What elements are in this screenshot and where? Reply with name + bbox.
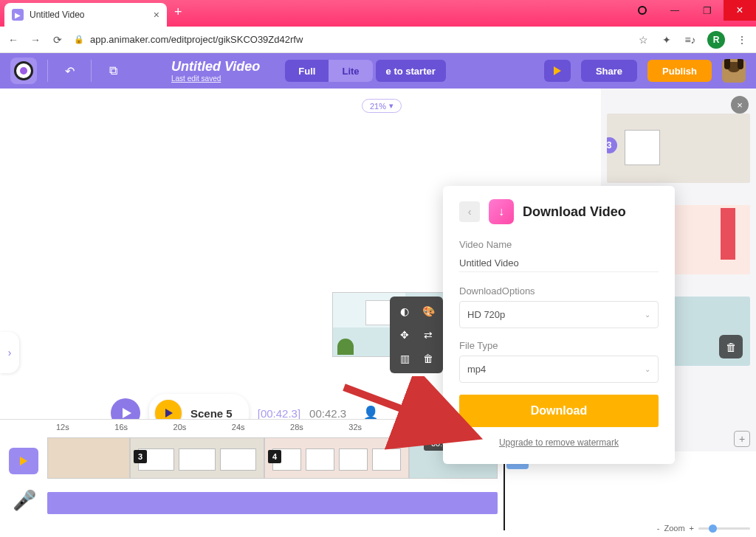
add-scene-button[interactable]: + [734,431,750,447]
zoom-indicator[interactable]: 21%▾ [362,99,402,113]
lock-icon: 🔒 [74,35,84,44]
save-status: Last edit saved [171,75,260,83]
video-name-input[interactable]: Untitled Video [459,254,659,272]
copy-icon[interactable]: ⧉ [102,60,124,82]
preview-play-button[interactable] [544,60,571,82]
menu-dots-icon[interactable]: ⋮ [735,34,749,46]
close-panel-icon[interactable]: × [731,96,749,114]
app-header: ↶ ⧉ Untitled Video Last edit saved Full … [0,53,756,89]
time-total: 00:42.3 [309,407,346,420]
undo-icon[interactable]: ↶ [58,60,80,82]
remove-watermark-link[interactable]: Upgrade to remove watermark [459,437,659,448]
mode-toggle[interactable]: Full Lite [285,60,372,82]
url-text: app.animaker.com/editproject/gikSKCO39Zd… [90,34,303,45]
clip-4[interactable]: 4 [264,437,409,479]
browser-address-bar: ← → ⟳ 🔒 app.animaker.com/editproject/gik… [0,27,756,53]
window-maximize[interactable]: ❐ [691,0,724,21]
modal-back-button[interactable]: ‹ [459,201,480,222]
delete-scene-icon[interactable]: 🗑 [719,335,743,358]
audio-track[interactable] [47,492,498,514]
element-toolbar: ◐ 🎨 ✥ ⇄ ▥ 🗑 [390,297,443,373]
mode-full[interactable]: Full [285,60,329,82]
palette-icon[interactable]: 🎨 [418,301,439,322]
track-headers: 🎤 [0,434,47,530]
scene-label: Scene 5 [190,407,233,420]
browser-titlebar: ▶ Untitled Video × + ❐ × [0,0,756,27]
audio-track-icon[interactable]: 🎤 [13,489,35,517]
nav-reload-icon[interactable]: ⟳ [52,34,63,46]
tab-favicon: ▶ [12,9,24,21]
share-button[interactable]: Share [581,60,637,82]
delete-icon[interactable]: 🗑 [418,348,439,369]
chevron-down-icon: ▾ [389,101,394,111]
video-name-label: Video Name [459,239,659,250]
playlist-icon[interactable]: ≡♪ [684,34,697,46]
chevron-down-icon: ⌄ [645,365,650,373]
project-title-block[interactable]: Untitled Video Last edit saved [171,59,260,83]
clip-2[interactable] [47,437,130,479]
mascot-avatar[interactable] [722,59,746,83]
window-controls: ❐ × [626,0,756,21]
clip-3[interactable]: 3 [130,437,264,479]
publish-button[interactable]: Publish [647,60,712,82]
window-close[interactable]: × [724,0,756,21]
profile-avatar[interactable]: R [707,31,725,49]
nav-back-icon[interactable]: ← [7,34,19,46]
swap-icon[interactable]: ⇄ [418,325,439,345]
new-tab-button[interactable]: + [174,4,182,22]
download-modal: ‹ Download Video Video Name Untitled Vid… [443,186,675,464]
flip-icon[interactable]: ▥ [394,348,415,369]
extensions-icon[interactable]: ✦ [660,34,673,46]
download-icon [489,199,514,224]
chevron-down-icon: ⌄ [645,311,650,319]
modal-title: Download Video [523,204,626,220]
expand-handle[interactable]: › [0,332,19,373]
star-icon[interactable]: ☆ [636,34,650,46]
window-minimize[interactable] [659,0,691,21]
incognito-icon [626,0,659,21]
url-field[interactable]: 🔒 app.animaker.com/editproject/gikSKCO39… [74,34,626,45]
move-icon[interactable]: ✥ [394,325,415,345]
browser-tab[interactable]: ▶ Untitled Video × [4,3,167,27]
nav-forward-icon[interactable]: → [30,34,41,46]
download-button[interactable]: Download [459,395,659,427]
download-options-label: DownloadOptions [459,285,659,297]
filetype-select[interactable]: mp4⌄ [459,356,659,383]
tab-title: Untitled Video [30,10,85,20]
project-title: Untitled Video [171,59,260,75]
scene-thumb-3[interactable]: 3 [607,114,750,183]
resolution-select[interactable]: HD 720p⌄ [459,301,659,328]
time-elapsed: [00:42.3] [258,407,300,420]
contrast-icon[interactable]: ◐ [394,301,415,322]
zoom-slider[interactable] [698,527,750,530]
timeline-zoom[interactable]: - Zoom + [657,524,750,533]
upgrade-button[interactable]: e to starter [376,60,446,82]
video-track-icon[interactable] [9,448,38,474]
app-logo[interactable] [10,58,37,84]
mode-lite[interactable]: Lite [329,60,372,82]
work-area: 21%▾ ◐ 🎨 ✥ ⇄ ▥ 🗑 › Scene 5 [00:42.3] 00:… [0,89,756,451]
tab-close-icon[interactable]: × [154,9,159,21]
filetype-label: File Type [459,340,659,351]
